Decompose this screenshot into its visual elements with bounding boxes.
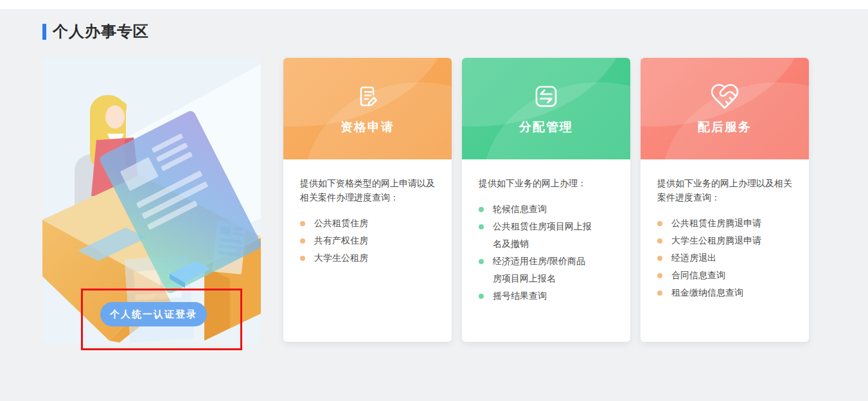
card-intro: 提供如下资格类型的网上申请以及相关案件办理进度查询： bbox=[300, 176, 438, 204]
card-title: 配后服务 bbox=[698, 119, 752, 136]
card-post-allocation-service[interactable]: 配后服务 提供如下业务的网上办理以及相关案件进度查询： 公共租赁住房腾退申请 大… bbox=[641, 58, 809, 342]
heart-handshake-icon bbox=[709, 81, 740, 112]
service-desk-illustration bbox=[42, 58, 261, 343]
service-item: 经济适用住房/限价商品房项目网上报名 bbox=[479, 253, 593, 287]
service-item: 公共租赁住房腾退申请 bbox=[657, 215, 786, 232]
card-body: 提供如下资格类型的网上申请以及相关案件办理进度查询： 公共租赁住房 共有产权住房… bbox=[283, 159, 452, 267]
service-item: 摇号结果查询 bbox=[479, 287, 607, 305]
page-title: 个人办事专区 bbox=[53, 21, 149, 42]
service-item: 租金缴纳信息查询 bbox=[657, 284, 786, 301]
service-item: 经适房退出 bbox=[657, 249, 786, 267]
card-header: 资格申请 bbox=[283, 58, 452, 159]
card-body: 提供如下业务的网上办理： 轮候信息查询 公共租赁住房项目网上报名及撤销 经济适用… bbox=[462, 159, 630, 305]
card-allocation-management[interactable]: 分配管理 提供如下业务的网上办理： 轮候信息查询 公共租赁住房项目网上报名及撤销… bbox=[462, 58, 630, 342]
top-strip bbox=[0, 0, 868, 9]
service-list: 公共租赁住房腾退申请 大学生公租房腾退申请 经适房退出 合同信息查询 租金缴纳信… bbox=[657, 215, 795, 301]
title-accent-bar bbox=[42, 24, 46, 40]
service-item: 公共租赁住房 bbox=[300, 215, 429, 232]
card-header: 分配管理 bbox=[462, 58, 630, 159]
document-pencil-icon bbox=[352, 81, 383, 112]
card-title: 分配管理 bbox=[519, 119, 573, 136]
service-item: 共有产权住房 bbox=[300, 232, 429, 249]
service-item: 大学生公租房腾退申请 bbox=[657, 232, 786, 249]
service-list: 轮候信息查询 公共租赁住房项目网上报名及撤销 经济适用住房/限价商品房项目网上报… bbox=[479, 201, 616, 305]
transfer-arrows-icon bbox=[531, 81, 562, 112]
service-item: 轮候信息查询 bbox=[479, 201, 607, 218]
service-item: 公共租赁住房项目网上报名及撤销 bbox=[479, 218, 593, 253]
card-header: 配后服务 bbox=[641, 58, 809, 159]
card-intro: 提供如下业务的网上办理以及相关案件进度查询： bbox=[657, 176, 795, 204]
section-title: 个人办事专区 bbox=[42, 21, 149, 42]
card-intro: 提供如下业务的网上办理： bbox=[479, 176, 616, 190]
personal-auth-login-button[interactable]: 个人统一认证登录 bbox=[100, 302, 207, 326]
card-title: 资格申请 bbox=[341, 119, 394, 136]
service-item: 合同信息查询 bbox=[657, 267, 786, 284]
service-item: 大学生公租房 bbox=[300, 249, 429, 267]
card-qualification-application[interactable]: 资格申请 提供如下资格类型的网上申请以及相关案件办理进度查询： 公共租赁住房 共… bbox=[283, 58, 452, 342]
card-body: 提供如下业务的网上办理以及相关案件进度查询： 公共租赁住房腾退申请 大学生公租房… bbox=[641, 159, 809, 301]
service-list: 公共租赁住房 共有产权住房 大学生公租房 bbox=[300, 215, 438, 267]
login-card: 个人统一认证登录 bbox=[42, 58, 261, 343]
